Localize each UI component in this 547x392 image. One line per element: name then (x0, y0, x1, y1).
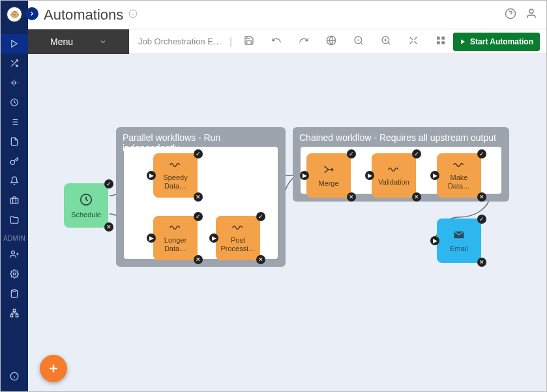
nav-key-icon[interactable] (1, 151, 28, 171)
plus-icon (47, 362, 60, 375)
start-label: Start Automation (470, 37, 533, 46)
start-automation-button[interactable]: Start Automation (453, 33, 540, 51)
svg-point-11 (529, 9, 533, 13)
nav-list-icon[interactable] (1, 112, 28, 132)
play-icon[interactable]: ▶ (209, 234, 218, 243)
check-icon: ✓ (477, 149, 486, 158)
zoom-in-icon[interactable] (381, 35, 391, 48)
play-icon[interactable]: ▶ (147, 171, 156, 180)
nav-document-icon[interactable] (1, 132, 28, 151)
user-icon[interactable] (525, 8, 537, 22)
menu-button[interactable]: Menu (28, 29, 129, 54)
svg-rect-17 (437, 41, 440, 44)
svg-rect-18 (441, 41, 445, 44)
check-icon: ✓ (194, 149, 203, 158)
undo-icon[interactable] (271, 35, 282, 48)
check-icon: ✓ (194, 212, 203, 221)
help-icon[interactable] (505, 8, 516, 22)
redo-icon[interactable] (299, 35, 309, 48)
nav-clock-icon[interactable] (1, 93, 28, 112)
nav-briefcase-icon[interactable] (1, 190, 28, 210)
envelope-icon (452, 229, 466, 242)
workflow-canvas[interactable]: Parallel workflows - Run independently C… (28, 54, 546, 391)
node-label: Longer Data… (155, 236, 196, 252)
play-icon[interactable]: ▶ (430, 236, 439, 245)
brand-logo: 🐵 (7, 7, 22, 22)
sidebar-expand-icon[interactable] (25, 7, 38, 20)
nav-run-icon[interactable] (1, 34, 28, 53)
node-make-data[interactable]: Make Data… ▶ ✓ ✕ (437, 153, 481, 198)
svg-point-3 (13, 273, 16, 275)
toolbar: Menu Job Orchestration Exerci… | Start A… (28, 29, 546, 54)
node-schedule[interactable]: Schedule ✓ ✕ (64, 183, 108, 228)
play-icon[interactable]: ▶ (300, 171, 309, 180)
chevron-down-icon (99, 38, 107, 46)
waveform-icon (169, 160, 182, 171)
svg-rect-6 (10, 314, 13, 317)
node-label: Email (450, 245, 468, 253)
save-icon[interactable] (244, 35, 254, 48)
add-button[interactable] (40, 355, 67, 382)
node-label: Validation (378, 178, 409, 187)
nav-shuffle-icon[interactable] (1, 53, 28, 73)
close-icon: ✕ (194, 255, 203, 264)
play-icon[interactable]: ▶ (147, 234, 156, 243)
svg-rect-16 (441, 37, 445, 40)
breadcrumb[interactable]: Job Orchestration Exerci… (138, 37, 223, 46)
check-icon: ✓ (347, 149, 356, 158)
page-title: Automations (44, 7, 123, 23)
close-icon: ✕ (194, 192, 203, 202)
sidebar: 🐵 ADMIN (1, 1, 28, 391)
close-icon: ✕ (256, 255, 265, 264)
merge-icon (322, 164, 335, 177)
globe-icon[interactable] (326, 35, 336, 48)
nav-info-icon[interactable] (1, 367, 28, 386)
sidebar-section-label: ADMIN (3, 235, 25, 242)
fit-icon[interactable] (408, 35, 419, 48)
close-icon: ✕ (347, 192, 356, 202)
close-icon: ✕ (477, 258, 486, 267)
node-longer-data[interactable]: Longer Data… ▶ ✓ ✕ (153, 216, 198, 260)
svg-rect-15 (437, 37, 440, 40)
node-label: Speedy Data… (155, 173, 196, 190)
group-chained-title: Chained workflow - Requires all upstream… (293, 127, 509, 148)
close-icon: ✕ (412, 192, 421, 202)
waveform-icon (231, 223, 244, 234)
nav-clipboard-icon[interactable] (1, 284, 28, 303)
svg-rect-5 (13, 309, 16, 312)
node-speedy-data[interactable]: Speedy Data… ▶ ✓ ✕ (153, 153, 198, 198)
svg-rect-4 (13, 290, 16, 291)
node-merge[interactable]: Merge ▶ ✓ ✕ (306, 153, 351, 198)
check-icon: ✓ (256, 212, 265, 221)
divider: | (229, 36, 232, 48)
info-icon[interactable] (128, 9, 138, 21)
check-icon: ✓ (477, 215, 486, 224)
check-icon: ✓ (104, 179, 113, 188)
zoom-out-icon[interactable] (353, 35, 364, 48)
node-email[interactable]: Email ▶ ✓ ✕ (437, 219, 481, 263)
nav-gear-icon[interactable] (1, 264, 28, 284)
nav-folder-icon[interactable] (1, 210, 28, 230)
menu-label: Menu (50, 37, 73, 47)
waveform-icon (169, 223, 182, 234)
check-icon: ✓ (412, 149, 421, 158)
grid-solid-icon[interactable] (436, 35, 446, 48)
nav-waveform-icon[interactable] (1, 73, 28, 93)
waveform-icon (387, 165, 400, 175)
play-icon (460, 38, 466, 45)
nav-bell-icon[interactable] (1, 171, 28, 190)
svg-rect-1 (10, 198, 18, 204)
waveform-icon (452, 160, 466, 171)
node-validation[interactable]: Validation ▶ ✓ ✕ (372, 153, 416, 198)
close-icon: ✕ (477, 192, 486, 202)
svg-rect-7 (16, 314, 18, 317)
play-icon[interactable]: ▶ (430, 171, 439, 180)
play-icon[interactable]: ▶ (365, 171, 374, 180)
node-post-processing[interactable]: Post Processi… ▶ ✓ ✕ (216, 216, 260, 260)
nav-sitemap-icon[interactable] (1, 303, 28, 323)
node-label: Make Data… (439, 173, 479, 190)
topbar: Automations (28, 1, 546, 29)
node-label: Schedule (71, 211, 101, 219)
nav-user-plus-icon[interactable] (1, 245, 28, 264)
close-icon: ✕ (104, 222, 113, 232)
